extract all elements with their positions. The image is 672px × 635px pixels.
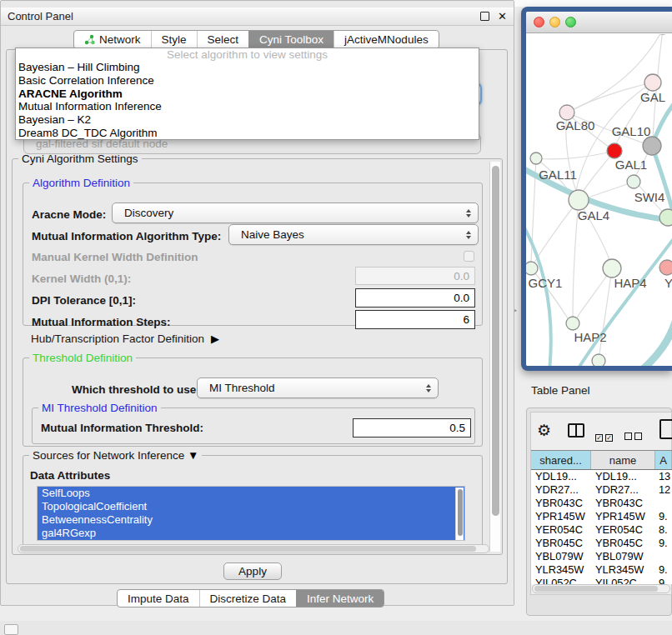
tab-infer-network[interactable]: Infer Network bbox=[296, 590, 384, 607]
table-cell: YBL079W bbox=[531, 550, 591, 563]
node-attribute-table[interactable]: shared...nameA YDL19...YDL19...13YDR27..… bbox=[531, 450, 672, 584]
table-row[interactable]: YBR043CYBR043C bbox=[531, 497, 672, 510]
table-row[interactable]: YBR045CYBR045C9. bbox=[531, 537, 672, 550]
expander-expanded-icon[interactable]: ▼ bbox=[188, 449, 198, 462]
algorithm-option-bayesian-hill-climbing[interactable]: Bayesian – Hill Climbing bbox=[16, 61, 479, 74]
table-cell: YDL19... bbox=[531, 470, 591, 483]
network-node-gal10-gray[interactable] bbox=[643, 137, 661, 155]
network-node-hap4[interactable] bbox=[603, 259, 621, 278]
network-node-y-salmon[interactable] bbox=[659, 260, 672, 275]
network-node-gcy1[interactable] bbox=[526, 262, 538, 275]
mi-threshold-group-title: MI Threshold Definition bbox=[38, 402, 161, 414]
close-icon[interactable]: ✕ bbox=[498, 12, 507, 22]
network-window-titlebar bbox=[526, 12, 672, 33]
network-edge-highlighted[interactable] bbox=[526, 222, 551, 371]
panel-resize-handle[interactable]: ‣ bbox=[514, 308, 518, 314]
table-cell: YDR27... bbox=[591, 483, 655, 497]
settings-scrollbar[interactable] bbox=[489, 162, 500, 552]
tab-style[interactable]: Style bbox=[151, 31, 197, 48]
table-hscrollbar-thumb[interactable] bbox=[534, 586, 658, 592]
export-table-icon[interactable] bbox=[659, 419, 672, 439]
gear-icon[interactable]: ⚙ bbox=[537, 421, 551, 440]
network-edge-highlighted[interactable] bbox=[641, 319, 672, 371]
mac-close-button[interactable] bbox=[534, 17, 544, 28]
dpi-tolerance-input[interactable]: 0.0 bbox=[355, 288, 475, 308]
data-attributes-list[interactable]: SelfLoopsTopologicalCoefficientBetweenne… bbox=[37, 486, 465, 541]
table-hscrollbar[interactable] bbox=[532, 584, 670, 593]
tab-select[interactable]: Select bbox=[197, 31, 249, 48]
network-view-window[interactable]: GALGAL80GAL10GAL11GAL1SWI4GAL4GCY1HAP4YH… bbox=[521, 7, 672, 371]
node-label-gal1: GAL1 bbox=[615, 158, 647, 172]
network-node-partial-bottom[interactable] bbox=[592, 354, 605, 368]
algorithm-option-basic-correlation-inference[interactable]: Basic Correlation Inference bbox=[16, 74, 479, 88]
table-cell: YLR345W bbox=[591, 563, 655, 577]
network-node-gal1[interactable] bbox=[627, 175, 640, 188]
tab-impute-data[interactable]: Impute Data bbox=[118, 590, 199, 607]
node-label-hap2: HAP2 bbox=[574, 330, 606, 344]
table-row[interactable]: YPR145WYPR145W9. bbox=[531, 510, 672, 523]
mi-threshold-input[interactable]: 0.5 bbox=[353, 418, 471, 438]
attr-list-scrollbar[interactable] bbox=[455, 488, 464, 541]
algorithm-option-bayesian-k2[interactable]: Bayesian – K2 bbox=[16, 113, 479, 127]
column-layout-icon[interactable] bbox=[568, 423, 584, 438]
mi-steps-label: Mutual Information Steps: bbox=[32, 316, 171, 328]
network-edge[interactable] bbox=[588, 182, 634, 198]
settings-hscrollbar-thumb[interactable] bbox=[20, 546, 476, 552]
aracne-mode-select[interactable]: Discovery bbox=[112, 202, 479, 223]
network-node-gal4[interactable] bbox=[569, 190, 589, 210]
which-threshold-select[interactable]: MI Threshold bbox=[197, 378, 439, 398]
column-header-shared[interactable]: shared... bbox=[531, 451, 591, 469]
attr-list-scrollbar-thumb[interactable] bbox=[458, 489, 463, 536]
tab-network[interactable]: Network bbox=[74, 31, 151, 48]
manual-kernel-checkbox[interactable] bbox=[464, 251, 474, 262]
table-row[interactable]: YLR345WYLR345W9. bbox=[531, 563, 672, 577]
column-header-a[interactable]: A bbox=[655, 451, 672, 469]
float-window-icon[interactable] bbox=[480, 12, 489, 21]
settings-hscrollbar[interactable] bbox=[18, 544, 489, 553]
algorithm-option-mutual-information-inference[interactable]: Mutual Information Inference bbox=[16, 100, 479, 113]
node-label-gcy1: GCY1 bbox=[529, 276, 563, 290]
settings-scrollbar-thumb[interactable] bbox=[492, 166, 499, 516]
table-row[interactable]: YDL19...YDL19...13 bbox=[531, 470, 672, 483]
mi-threshold-group: MI Threshold Definition Mutual Informati… bbox=[32, 408, 475, 444]
table-cell: 9. bbox=[655, 537, 672, 550]
collapsed-panel-chip[interactable] bbox=[4, 624, 18, 635]
table-cell: 9 bbox=[655, 577, 672, 584]
network-node-gal-pink[interactable] bbox=[644, 74, 661, 91]
table-panel-title: Table Panel bbox=[531, 384, 590, 397]
mi-steps-input[interactable]: 6 bbox=[355, 310, 475, 329]
network-edge[interactable] bbox=[534, 200, 579, 262]
hub-definition-expander[interactable]: Hub/Transcription Factor Definition ▶ bbox=[31, 332, 219, 345]
attribute-item-gal4rgexp[interactable]: gal4RGexp bbox=[38, 527, 464, 540]
network-node-red-node[interactable] bbox=[607, 143, 622, 158]
attribute-item-betweennesscentrality[interactable]: BetweennessCentrality bbox=[38, 513, 464, 527]
attribute-item-selfloops[interactable]: SelfLoops bbox=[38, 487, 464, 500]
network-canvas[interactable]: GALGAL80GAL10GAL11GAL1SWI4GAL4GCY1HAP4YH… bbox=[526, 34, 672, 371]
table-row[interactable]: YER054CYER054C8. bbox=[531, 523, 672, 537]
network-node-hap2[interactable] bbox=[566, 317, 579, 330]
mi-type-select[interactable]: Naive Bayes bbox=[228, 224, 479, 245]
mac-minimize-button[interactable] bbox=[549, 17, 560, 28]
network-edge[interactable] bbox=[536, 152, 608, 159]
deselect-all-checkboxes-icon[interactable] bbox=[624, 428, 642, 443]
apply-button[interactable]: Apply bbox=[223, 562, 282, 580]
table-cell: 8. bbox=[655, 523, 672, 537]
table-row[interactable]: YDR27...YDR27...12 bbox=[531, 483, 672, 497]
network-node-swi4[interactable] bbox=[659, 209, 672, 226]
tab-cyni-toolbox[interactable]: Cyni Toolbox bbox=[248, 31, 333, 48]
tab-discretize-data[interactable]: Discretize Data bbox=[199, 590, 297, 607]
algorithm-option-dream8-dc-tdc-algorithm[interactable]: Dream8 DC_TDC Algorithm bbox=[16, 127, 479, 140]
algorithm-option-aracne-algorithm[interactable]: ARACNE Algorithm bbox=[16, 88, 479, 101]
tab-jactivemnodules[interactable]: jActiveMNodules bbox=[333, 31, 439, 48]
table-row[interactable]: YBL079WYBL079W bbox=[531, 550, 672, 563]
mi-threshold-label: Mutual Information Threshold: bbox=[41, 422, 203, 434]
attribute-item-topologicalcoefficient[interactable]: TopologicalCoefficient bbox=[38, 500, 464, 513]
network-edge-highlighted[interactable] bbox=[652, 146, 672, 219]
network-node-gal11[interactable] bbox=[530, 152, 542, 164]
table-row[interactable]: YIL052CYIL052C9 bbox=[531, 577, 672, 584]
select-all-checkboxes-icon[interactable]: ✓✓ bbox=[595, 428, 613, 443]
table-cell: 13 bbox=[655, 470, 672, 483]
column-header-name[interactable]: name bbox=[591, 451, 655, 469]
cyni-bottom-tabs: Impute DataDiscretize DataInfer Network bbox=[117, 589, 384, 608]
mac-zoom-button[interactable] bbox=[565, 17, 576, 28]
